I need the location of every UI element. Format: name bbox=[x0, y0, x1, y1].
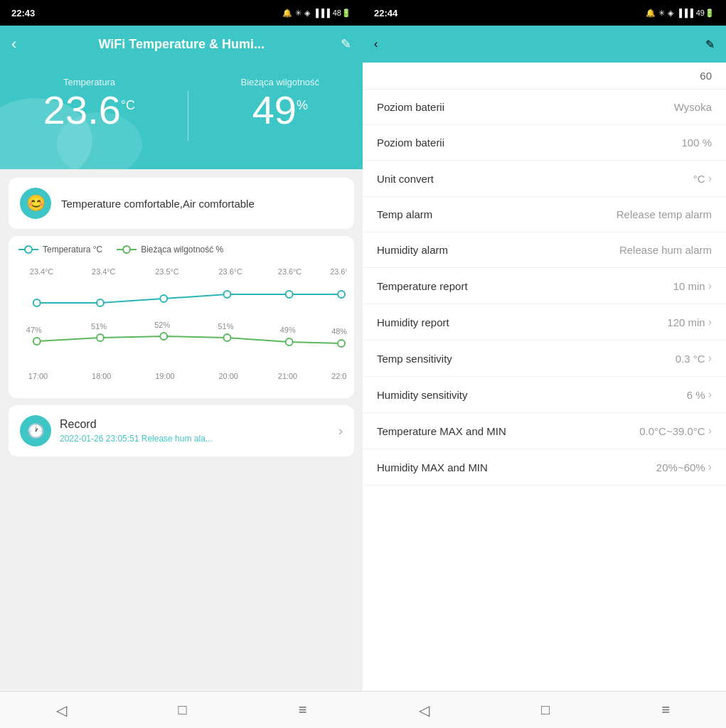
page-title-left: WiFi Temperature & Humi... bbox=[22, 37, 341, 52]
svg-text:48%: 48% bbox=[331, 327, 347, 336]
settings-item-battery-percent[interactable]: Poziom baterii 100 % bbox=[363, 125, 726, 161]
comfort-card: 😊 Temperature comfortable,Air comfortabl… bbox=[9, 178, 354, 229]
settings-item-battery-level[interactable]: Poziom baterii Wysoka bbox=[363, 90, 726, 125]
settings-item-hum-sensitivity[interactable]: Humidity sensitivity 6 % › bbox=[363, 377, 726, 413]
comfort-icon: 😊 bbox=[20, 188, 51, 219]
signal-icon: ▐▐▐ bbox=[313, 9, 329, 17]
settings-label: Humidity alarm bbox=[377, 244, 448, 256]
status-icons-right: 🔔 ✳ ◈ ▐▐▐ 49🔋 bbox=[646, 9, 715, 18]
svg-text:18:00: 18:00 bbox=[92, 372, 111, 380]
settings-label: Temperature MAX and MIN bbox=[377, 425, 506, 437]
settings-item-temp-report[interactable]: Temperature report 10 min › bbox=[363, 268, 726, 304]
svg-point-7 bbox=[97, 299, 104, 306]
settings-item-temp-maxmin[interactable]: Temperature MAX and MIN 0.0°C~39.0°C › bbox=[363, 413, 726, 449]
comfort-text: Temperature comfortable,Air comfortable bbox=[61, 198, 255, 210]
settings-label: Temp alarm bbox=[377, 208, 432, 220]
svg-point-6 bbox=[33, 299, 41, 306]
settings-label: Temperature report bbox=[377, 280, 468, 292]
temp-line-icon bbox=[18, 249, 38, 250]
edit-button-left[interactable]: ✎ bbox=[341, 36, 351, 52]
svg-text:21:00: 21:00 bbox=[278, 372, 297, 380]
temp-label: Temperatura bbox=[43, 77, 135, 87]
svg-text:23.4°C: 23.4°C bbox=[92, 267, 116, 276]
partial-value: 60 bbox=[700, 70, 712, 82]
settings-item-hum-maxmin[interactable]: Humidity MAX and MIN 20%~60% › bbox=[363, 449, 726, 486]
hero-section: Temperatura 23.6°C Bieżąca wilgotność 49… bbox=[0, 63, 363, 169]
temperature-block: Temperatura 23.6°C bbox=[43, 77, 135, 130]
settings-item-temp-sensitivity[interactable]: Temp sensitivity 0.3 °C › bbox=[363, 341, 726, 377]
svg-text:23.6°C: 23.6°C bbox=[330, 267, 347, 276]
back-button-right[interactable]: ‹ bbox=[374, 38, 378, 50]
settings-item-unit-convert[interactable]: Unit convert °C › bbox=[363, 161, 726, 197]
wifi-icon-r: ◈ bbox=[668, 9, 673, 18]
status-bar-right: 22:44 🔔 ✳ ◈ ▐▐▐ 49🔋 bbox=[363, 0, 726, 26]
chevron-icon: › bbox=[708, 424, 712, 437]
settings-value: Release temp alarm bbox=[616, 208, 712, 220]
settings-label: Humidity sensitivity bbox=[377, 389, 468, 401]
settings-item-humidity-alarm[interactable]: Humidity alarm Release hum alarm bbox=[363, 232, 726, 268]
svg-text:47%: 47% bbox=[26, 326, 42, 334]
svg-text:19:00: 19:00 bbox=[155, 372, 174, 380]
record-entry: 2022-01-26 23:05:51 Release hum ala... bbox=[60, 434, 330, 444]
svg-text:17:00: 17:00 bbox=[28, 372, 48, 380]
settings-label: Poziom baterii bbox=[377, 136, 444, 149]
svg-text:23.4°C: 23.4°C bbox=[30, 267, 54, 276]
settings-item-hum-report[interactable]: Humidity report 120 min › bbox=[363, 304, 726, 341]
nav-back-btn-right[interactable]: ◁ bbox=[419, 702, 429, 719]
nav-menu-btn-right[interactable]: ≡ bbox=[662, 702, 671, 718]
svg-point-20 bbox=[160, 333, 167, 340]
settings-value: °C › bbox=[693, 172, 712, 185]
time-left: 22:43 bbox=[11, 8, 35, 18]
chevron-icon: › bbox=[708, 316, 712, 328]
svg-text:23.5°C: 23.5°C bbox=[155, 267, 179, 276]
record-content: Record 2022-01-26 23:05:51 Release hum a… bbox=[60, 418, 330, 444]
record-card[interactable]: 🕐 Record 2022-01-26 23:05:51 Release hum… bbox=[9, 405, 354, 456]
svg-text:51%: 51% bbox=[91, 322, 107, 331]
nav-home-btn-right[interactable]: □ bbox=[541, 702, 550, 718]
temp-value: 23.6°C bbox=[43, 90, 135, 130]
legend-hum: Bieżąca wilgotność % bbox=[117, 245, 223, 255]
settings-item-temp-alarm[interactable]: Temp alarm Release temp alarm bbox=[363, 197, 726, 232]
settings-value: 6 % › bbox=[687, 388, 712, 401]
svg-point-21 bbox=[223, 334, 230, 341]
chevron-icon: › bbox=[708, 388, 712, 401]
settings-label: Temp sensitivity bbox=[377, 353, 452, 365]
nav-menu-btn-left[interactable]: ≡ bbox=[299, 702, 307, 718]
cards-area: 😊 Temperature comfortable,Air comfortabl… bbox=[0, 169, 363, 691]
nav-back-btn-left[interactable]: ◁ bbox=[56, 702, 67, 719]
svg-point-18 bbox=[33, 338, 41, 345]
chart-area: 23.4°C 23.4°C 23.5°C 23.6°C 23.6°C 23.6°… bbox=[16, 262, 347, 390]
battery-icon-r: 49🔋 bbox=[696, 9, 715, 18]
settings-label: Poziom baterii bbox=[377, 101, 444, 113]
bottom-nav-right: ◁ □ ≡ bbox=[363, 691, 726, 728]
edit-button-right[interactable]: ✎ bbox=[705, 38, 715, 51]
record-title: Record bbox=[60, 418, 330, 431]
svg-point-8 bbox=[160, 295, 167, 302]
record-icon: 🕐 bbox=[20, 415, 51, 446]
bluetooth-icon: ✳ bbox=[295, 9, 301, 18]
settings-value: 0.3 °C › bbox=[676, 352, 712, 365]
chevron-icon: › bbox=[708, 461, 712, 473]
nav-bar-right: ‹ ✎ bbox=[363, 26, 726, 63]
hum-label: Bieżąca wilgotność bbox=[241, 77, 320, 87]
clock-icon: 🕐 bbox=[27, 422, 45, 439]
svg-text:49%: 49% bbox=[280, 326, 296, 334]
signal-icon-r: ▐▐▐ bbox=[676, 9, 693, 17]
status-bar-left: 22:43 🔔 ✳ ◈ ▐▐▐ 48🔋 bbox=[0, 0, 363, 26]
settings-value: 10 min › bbox=[673, 279, 712, 292]
hum-value: 49% bbox=[241, 90, 320, 130]
settings-label: Humidity report bbox=[377, 316, 449, 328]
left-content: Temperatura 23.6°C Bieżąca wilgotność 49… bbox=[0, 63, 363, 691]
nav-home-btn-left[interactable]: □ bbox=[178, 702, 187, 718]
svg-text:52%: 52% bbox=[154, 321, 170, 329]
bottom-nav-left: ◁ □ ≡ bbox=[0, 691, 363, 728]
settings-value: Release hum alarm bbox=[619, 244, 712, 256]
svg-text:22:00: 22:00 bbox=[331, 372, 347, 380]
status-icons-left: 🔔 ✳ ◈ ▐▐▐ 48🔋 bbox=[282, 9, 351, 18]
wifi-icon: ◈ bbox=[304, 9, 310, 18]
chevron-icon: › bbox=[708, 172, 712, 185]
settings-value: 0.0°C~39.0°C › bbox=[639, 424, 712, 437]
chevron-icon: › bbox=[708, 279, 712, 292]
humidity-block: Bieżąca wilgotność 49% bbox=[241, 77, 320, 130]
back-button-left[interactable]: ‹ bbox=[11, 35, 16, 53]
